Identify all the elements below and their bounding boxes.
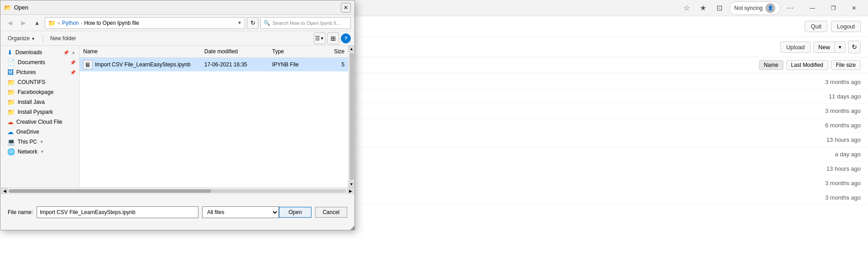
scroll-left-arrow[interactable]: ◀ bbox=[1, 188, 8, 194]
forward-button[interactable]: ▶ bbox=[18, 17, 29, 29]
preview-pane-button[interactable]: ⊞ bbox=[327, 33, 339, 44]
vertical-scrollbar[interactable]: ▲ ▼ bbox=[348, 46, 354, 187]
scroll-right-arrow[interactable]: ▶ bbox=[347, 188, 354, 194]
sort-filesize-button[interactable]: File size bbox=[831, 60, 861, 70]
organize-dropdown-icon: ▼ bbox=[31, 37, 35, 41]
hscroll-thumb[interactable] bbox=[9, 189, 211, 193]
user-avatar: 👤 bbox=[765, 3, 775, 13]
sidebar-item-creativecloud[interactable]: ☁ Creative Cloud File bbox=[0, 117, 79, 127]
breadcrumb-python[interactable]: Python bbox=[62, 20, 79, 26]
help-button[interactable]: ? bbox=[341, 33, 351, 43]
toolbar-separator bbox=[42, 34, 43, 42]
logout-button[interactable]: Logout bbox=[831, 21, 861, 32]
search-icon: 🔍 bbox=[264, 20, 270, 26]
sidebar-item-label: Facebookpage bbox=[18, 89, 53, 95]
dialog-footer: File name: All files Open Cancel bbox=[0, 194, 354, 230]
sidebar-item-pictures[interactable]: 🖼 Pictures 📌 bbox=[0, 67, 79, 77]
organize-label: Organize bbox=[8, 35, 30, 42]
back-button[interactable]: ◀ bbox=[4, 17, 16, 29]
new-dropdown-arrow[interactable]: ▼ bbox=[835, 42, 845, 52]
favorites-list-icon[interactable]: ★ bbox=[697, 2, 709, 14]
new-folder-button[interactable]: New folder bbox=[47, 34, 80, 42]
downloads-icon: ⬇ bbox=[7, 49, 13, 56]
breadcrumb-dropdown[interactable]: ▼ bbox=[237, 20, 242, 25]
horizontal-scrollbar[interactable]: ◀ ▶ bbox=[0, 187, 354, 194]
jupyter-rows: 3 months ago 11 days ago 3 months ago 6 … bbox=[355, 73, 868, 207]
close-button[interactable]: ✕ bbox=[844, 0, 864, 16]
not-syncing-button[interactable]: Not syncing 👤 bbox=[729, 1, 780, 15]
file-size-ipynb: 5 bbox=[317, 61, 344, 68]
row-time: 3 months ago bbox=[825, 194, 861, 201]
folder-icon-countifs: 📁 bbox=[7, 79, 15, 86]
sidebar-item-label: Install Java bbox=[18, 99, 45, 105]
sort-modified-button[interactable]: Last Modified bbox=[786, 60, 828, 70]
filelist-header: Name Date modified Type Size bbox=[80, 46, 348, 58]
breadcrumb-sep: « bbox=[57, 20, 60, 26]
dialog-close-button[interactable]: ✕ bbox=[341, 3, 351, 13]
scroll-down-arrow[interactable]: ▼ bbox=[349, 181, 355, 187]
sidebar-item-thispc[interactable]: 💻 This PC ▼ bbox=[0, 137, 79, 147]
sidebar-item-label: Downloads bbox=[15, 49, 42, 56]
jupyter-row: 13 hours ago bbox=[355, 162, 868, 176]
file-dialog-overlay: 📂 Open ✕ ◀ ▶ ▲ 📁 « Python › How to Open … bbox=[0, 0, 355, 230]
view-options-button[interactable]: ☰ ▼ bbox=[314, 33, 326, 44]
resize-grip[interactable] bbox=[350, 225, 354, 230]
window-controls: — ❐ ✕ bbox=[802, 0, 864, 16]
nav-refresh-button[interactable]: ↻ bbox=[247, 17, 259, 29]
row-time: 6 months ago bbox=[825, 122, 861, 129]
sidebar-item-network[interactable]: 🌐 Network ▼ bbox=[0, 147, 79, 157]
file-row-ipynb[interactable]: 📓 Import CSV File_LearnEasySteps.ipynb 1… bbox=[80, 58, 348, 71]
dialog-navbar: ◀ ▶ ▲ 📁 « Python › How to Open Ipynb fil… bbox=[0, 15, 354, 31]
scroll-thumb[interactable] bbox=[349, 53, 354, 180]
folder-icon-pyspark: 📁 bbox=[7, 108, 15, 116]
collections-icon[interactable]: ⊡ bbox=[713, 2, 726, 14]
search-placeholder: Search How to Open Ipynb fi... bbox=[273, 20, 340, 26]
sidebar-item-label: OneDrive bbox=[16, 129, 39, 135]
col-date-header[interactable]: Date modified bbox=[204, 48, 272, 55]
filename-input[interactable] bbox=[37, 206, 198, 218]
cancel-button[interactable]: Cancel bbox=[315, 207, 347, 218]
more-options-icon[interactable]: ⋯ bbox=[784, 2, 797, 14]
sidebar-item-onedrive[interactable]: ☁ OneDrive bbox=[0, 127, 79, 137]
sidebar-item-downloads[interactable]: ⬇ Downloads 📌 ▲ bbox=[0, 47, 79, 57]
favorites-icon[interactable]: ☆ bbox=[680, 2, 693, 14]
sidebar-item-facebookpage[interactable]: 📁 Facebookpage bbox=[0, 87, 79, 97]
organize-button[interactable]: Organize ▼ bbox=[4, 34, 39, 42]
quit-button[interactable]: Quit bbox=[805, 21, 827, 32]
col-size-header[interactable]: Size bbox=[317, 48, 344, 55]
maximize-button[interactable]: ❐ bbox=[823, 0, 844, 16]
jupyter-row: 3 months ago bbox=[355, 104, 868, 118]
sidebar-item-countifs[interactable]: 📁 COUNTIFS bbox=[0, 77, 79, 87]
open-button[interactable]: Open bbox=[279, 207, 311, 218]
view-dropdown-icon: ▼ bbox=[320, 36, 324, 41]
col-type-header[interactable]: Type bbox=[272, 48, 317, 55]
file-type-ipynb: IPYNB File bbox=[272, 61, 317, 68]
file-icon-ipynb: 📓 bbox=[83, 60, 92, 69]
jupyter-area: Quit Logout Upload New ▼ ↻ Name Last Mod… bbox=[355, 16, 868, 280]
dialog-toolbar: Organize ▼ New folder ☰ ▼ ⊞ ? bbox=[0, 31, 354, 46]
creative-cloud-icon: ☁ bbox=[7, 118, 14, 126]
new-button[interactable]: New bbox=[814, 42, 835, 52]
not-syncing-label: Not syncing bbox=[734, 5, 763, 11]
dialog-title-area: 📂 Open bbox=[4, 4, 28, 11]
col-name-header[interactable]: Name bbox=[83, 48, 204, 55]
row-time: 3 months ago bbox=[825, 79, 861, 85]
sidebar-item-installpyspark[interactable]: 📁 Install Pyspark bbox=[0, 107, 79, 117]
scroll-up-arrow[interactable]: ▲ bbox=[349, 46, 355, 52]
refresh-button[interactable]: ↻ bbox=[848, 41, 861, 53]
pictures-icon: 🖼 bbox=[7, 69, 14, 76]
sidebar-item-label: Documents bbox=[18, 59, 45, 65]
upload-button[interactable]: Upload bbox=[780, 42, 811, 53]
filetype-select[interactable]: All files bbox=[202, 206, 279, 218]
dialog-folder-icon: 📂 bbox=[4, 4, 11, 11]
sidebar-item-installjava[interactable]: 📁 Install Java bbox=[0, 97, 79, 107]
row-time: 3 months ago bbox=[825, 107, 861, 114]
network-icon: 🌐 bbox=[7, 148, 15, 155]
up-button[interactable]: ▲ bbox=[31, 17, 43, 29]
sidebar-item-label: Install Pyspark bbox=[18, 109, 53, 115]
minimize-button[interactable]: — bbox=[802, 0, 823, 16]
sidebar-item-documents[interactable]: 📄 Documents 📌 bbox=[0, 57, 79, 67]
sort-name-button[interactable]: Name bbox=[759, 60, 783, 70]
documents-icon: 📄 bbox=[7, 59, 15, 66]
view-list-icon: ☰ bbox=[315, 35, 320, 42]
